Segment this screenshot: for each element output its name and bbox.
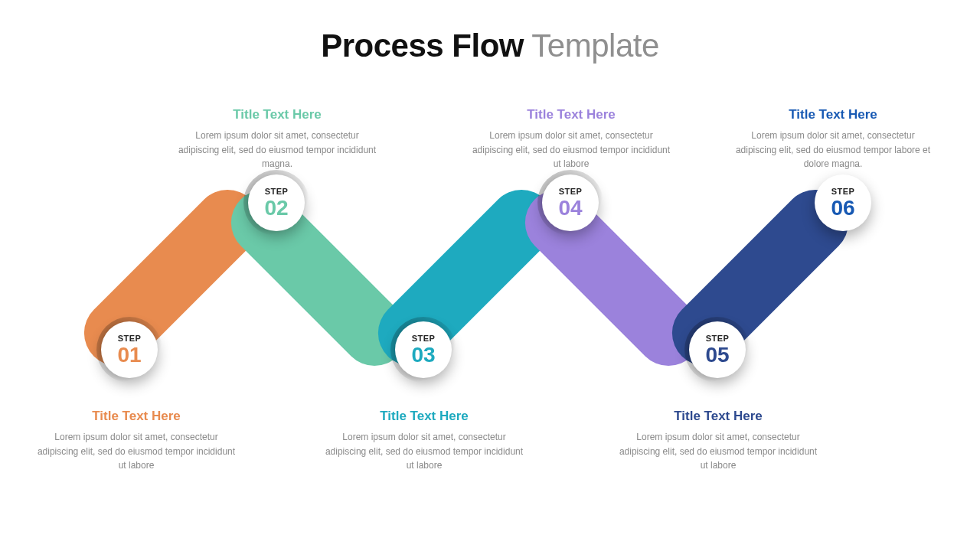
step-text-5: Title Text Here Lorem ipsum dolor sit am…: [619, 409, 818, 473]
step-title-5: Title Text Here: [619, 409, 818, 424]
step-badge-5: STEP 05: [689, 321, 746, 378]
step-label: STEP: [706, 334, 730, 343]
step-body-6: Lorem ipsum dolor sit amet, consectetur …: [733, 129, 933, 171]
step-body-3: Lorem ipsum dolor sit amet, consectetur …: [325, 430, 524, 473]
step-number-2: 02: [264, 197, 288, 219]
step-body-4: Lorem ipsum dolor sit amet, consectetur …: [472, 129, 671, 171]
step-badge-4: STEP 04: [542, 174, 599, 231]
step-label: STEP: [118, 334, 142, 343]
step-label: STEP: [831, 187, 855, 196]
process-flow-diagram: STEP 01 STEP 02 STEP 03 STEP 04 STEP 05 …: [107, 191, 873, 390]
step-number-3: 03: [411, 344, 435, 366]
step-title-6: Title Text Here: [733, 107, 933, 122]
step-badge-3: STEP 03: [395, 321, 452, 378]
step-label: STEP: [412, 334, 436, 343]
step-body-2: Lorem ipsum dolor sit amet, consectetur …: [178, 129, 377, 171]
step-number-4: 04: [558, 197, 582, 219]
step-number-1: 01: [117, 344, 141, 366]
step-text-6: Title Text Here Lorem ipsum dolor sit am…: [733, 107, 933, 171]
step-number-6: 06: [831, 197, 854, 219]
step-body-5: Lorem ipsum dolor sit amet, consectetur …: [619, 430, 818, 473]
step-title-4: Title Text Here: [472, 107, 671, 122]
step-title-3: Title Text Here: [325, 409, 524, 424]
step-badge-1: STEP 01: [101, 321, 158, 378]
step-title-2: Title Text Here: [178, 107, 377, 122]
step-badge-6: STEP 06: [815, 174, 871, 231]
step-label: STEP: [559, 187, 583, 196]
step-label: STEP: [265, 187, 289, 196]
step-text-3: Title Text Here Lorem ipsum dolor sit am…: [325, 409, 524, 473]
step-badge-2: STEP 02: [248, 174, 305, 231]
step-number-5: 05: [705, 344, 729, 366]
slide-title-light: Template: [524, 28, 659, 64]
slide-title-bold: Process Flow: [321, 28, 524, 64]
slide-title: Process Flow Template: [0, 28, 980, 64]
step-text-4: Title Text Here Lorem ipsum dolor sit am…: [472, 107, 671, 171]
step-title-1: Title Text Here: [37, 409, 236, 424]
step-text-1: Title Text Here Lorem ipsum dolor sit am…: [37, 409, 236, 473]
step-text-2: Title Text Here Lorem ipsum dolor sit am…: [178, 107, 377, 171]
step-body-1: Lorem ipsum dolor sit amet, consectetur …: [37, 430, 236, 473]
